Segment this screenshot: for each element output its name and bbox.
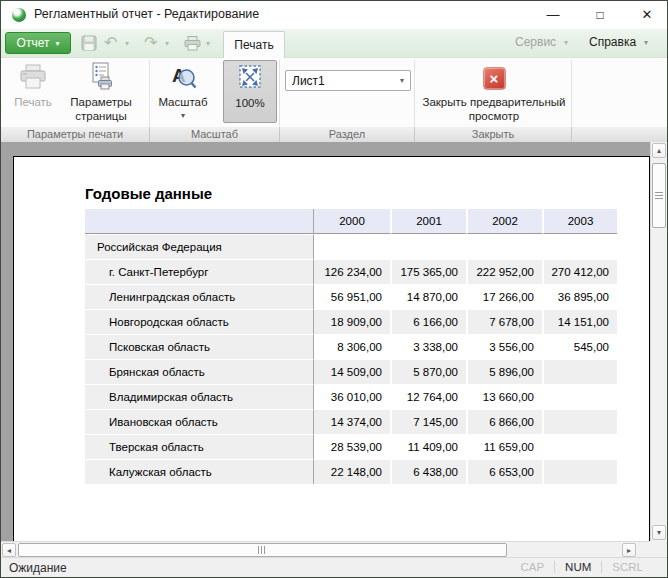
cell-value: 22 148,00 bbox=[314, 459, 390, 484]
ribbon: Печать Параметры страницы A bbox=[1, 57, 667, 142]
printer-icon bbox=[19, 60, 47, 90]
floppy-icon bbox=[81, 35, 97, 51]
redo-dropdown-icon[interactable]: ▾ bbox=[165, 32, 169, 54]
cell-value: 6 166,00 bbox=[390, 309, 466, 334]
table-row: Ленинградская область56 951,0014 870,001… bbox=[85, 284, 617, 309]
chevron-down-icon: ▾ bbox=[181, 111, 185, 120]
keyboard-indicators: CAP NUM SCRL bbox=[510, 561, 653, 573]
scroll-down-icon[interactable]: ▾ bbox=[652, 525, 666, 540]
print-quick-icon[interactable] bbox=[184, 32, 201, 54]
scroll-right-icon[interactable]: ▸ bbox=[622, 543, 636, 557]
cell-value bbox=[542, 384, 617, 409]
group-label-scale: Масштаб bbox=[150, 128, 279, 140]
column-header-2003: 2003 bbox=[542, 209, 617, 234]
row-label: Тверская область bbox=[85, 434, 314, 459]
report-title: Годовые данные bbox=[85, 185, 212, 202]
tab-print[interactable]: Печать bbox=[223, 31, 285, 58]
chevron-down-icon: ▾ bbox=[55, 39, 59, 48]
row-label: Брянская область bbox=[85, 359, 314, 384]
cell-value: 175 365,00 bbox=[390, 259, 466, 284]
scroll-up-icon[interactable]: ▴ bbox=[652, 143, 666, 158]
print-preview-area: Годовые данные 2000200120022003 Российск… bbox=[1, 142, 667, 559]
maximize-button[interactable]: □ bbox=[585, 5, 615, 25]
cell-value: 5 870,00 bbox=[390, 359, 466, 384]
thumb-grip bbox=[655, 192, 663, 200]
menu-service[interactable]: Сервис ▾ bbox=[515, 35, 568, 49]
section-select[interactable]: Лист1 ▾ bbox=[285, 70, 411, 91]
undo-icon[interactable]: ↶ bbox=[104, 32, 117, 54]
row-label: Новгородская область bbox=[85, 309, 314, 334]
cell-value: 222 952,00 bbox=[466, 259, 542, 284]
cell-value bbox=[542, 434, 617, 459]
save-icon[interactable] bbox=[81, 32, 97, 54]
minimize-button[interactable]: — bbox=[538, 5, 568, 25]
scale-button[interactable]: A Масштаб ▾ bbox=[151, 60, 215, 124]
page-setup-button[interactable]: Параметры страницы bbox=[61, 60, 141, 124]
ribbon-separator bbox=[414, 60, 415, 126]
scroll-left-icon[interactable]: ◂ bbox=[2, 543, 16, 557]
vertical-scrollbar-thumb[interactable] bbox=[652, 163, 666, 228]
group-label-close: Закрыть bbox=[415, 128, 571, 140]
cell-value bbox=[542, 234, 617, 259]
cell-value bbox=[466, 234, 542, 259]
table-row: Владимирская область36 010,0012 764,0013… bbox=[85, 384, 617, 409]
titlebar: Регламентный отчет - Редактирование — □ … bbox=[1, 1, 667, 29]
column-header-2002: 2002 bbox=[466, 209, 542, 234]
table-row: Тверская область28 539,0011 409,0011 659… bbox=[85, 434, 617, 459]
table-row: Калужская область22 148,006 438,006 653,… bbox=[85, 459, 617, 484]
cell-value: 6 653,00 bbox=[466, 459, 542, 484]
close-preview-icon: × bbox=[483, 60, 506, 90]
zoom-100-button[interactable]: 100% bbox=[223, 60, 277, 123]
close-button[interactable]: ✕ bbox=[632, 5, 662, 25]
menu-help-label: Справка bbox=[589, 35, 636, 49]
red-x-icon: × bbox=[483, 67, 506, 90]
cell-value bbox=[542, 359, 617, 384]
row-label: Ленинградская область bbox=[85, 284, 314, 309]
table-row: Российская Федерация bbox=[85, 234, 617, 259]
cell-value: 545,00 bbox=[542, 334, 617, 359]
cell-value: 3 338,00 bbox=[390, 334, 466, 359]
scale-icon: A bbox=[169, 60, 197, 90]
close-preview-button[interactable]: × Закрыть предварительный просмотр bbox=[417, 60, 571, 124]
cell-value: 36 895,00 bbox=[542, 284, 617, 309]
menu-service-label: Сервис bbox=[515, 35, 556, 49]
print-button[interactable]: Печать bbox=[7, 60, 59, 124]
report-table: 2000200120022003 Российская Федерацияг. … bbox=[85, 209, 617, 484]
cell-value: 270 412,00 bbox=[542, 259, 617, 284]
app-window: Регламентный отчет - Редактирование — □ … bbox=[0, 0, 668, 578]
cell-value: 14 870,00 bbox=[390, 284, 466, 309]
app-icon bbox=[12, 8, 26, 22]
print-button-label: Печать bbox=[14, 95, 52, 109]
print-dropdown-icon[interactable]: ▾ bbox=[206, 32, 210, 54]
group-label-section: Раздел bbox=[280, 128, 414, 140]
row-label: Ивановская область bbox=[85, 409, 314, 434]
cell-value: 17 266,00 bbox=[466, 284, 542, 309]
vertical-scrollbar[interactable]: ▴ ▾ bbox=[650, 142, 667, 541]
horizontal-scrollbar-thumb[interactable] bbox=[18, 543, 507, 557]
ribbon-separator bbox=[571, 60, 572, 126]
table-row: Брянская область14 509,005 870,005 896,0… bbox=[85, 359, 617, 384]
cell-value: 3 556,00 bbox=[466, 334, 542, 359]
status-text: Ожидание bbox=[9, 561, 67, 575]
table-row: Новгородская область18 909,006 166,007 6… bbox=[85, 309, 617, 334]
cell-value: 6 866,00 bbox=[466, 409, 542, 434]
cell-value: 18 909,00 bbox=[314, 309, 390, 334]
zoom-100-label: 100% bbox=[235, 96, 264, 110]
cell-value: 7 145,00 bbox=[390, 409, 466, 434]
report-menu-label: Отчет bbox=[17, 36, 50, 50]
cell-value: 11 659,00 bbox=[466, 434, 542, 459]
cell-value bbox=[314, 234, 390, 259]
num-lock-indicator: NUM bbox=[555, 561, 601, 573]
redo-icon[interactable]: ↷ bbox=[144, 32, 157, 54]
menu-help[interactable]: Справка ▾ bbox=[589, 35, 648, 49]
row-label: Владимирская область bbox=[85, 384, 314, 409]
row-label: Российская Федерация bbox=[85, 234, 314, 259]
chevron-down-icon: ▾ bbox=[400, 76, 404, 85]
column-header-2001: 2001 bbox=[390, 209, 466, 234]
report-menu-button[interactable]: Отчет ▾ bbox=[5, 32, 71, 54]
corner-header-cell bbox=[85, 209, 314, 234]
undo-dropdown-icon[interactable]: ▾ bbox=[125, 32, 129, 54]
cell-value: 14 509,00 bbox=[314, 359, 390, 384]
cell-value: 36 010,00 bbox=[314, 384, 390, 409]
ribbon-separator bbox=[149, 60, 150, 126]
